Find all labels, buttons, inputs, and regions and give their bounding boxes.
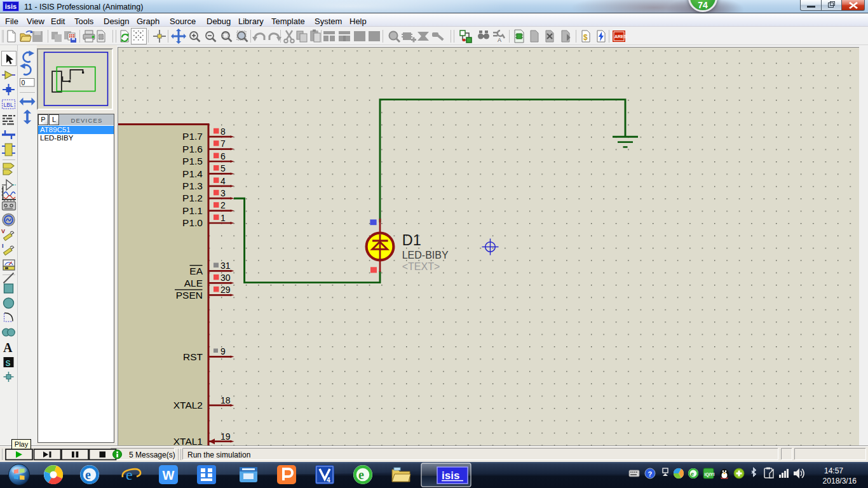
svg-text:ALE: ALE — [184, 278, 203, 288]
svg-text:W: W — [163, 468, 175, 482]
svg-text:P1.2: P1.2 — [182, 193, 203, 203]
svg-text:$: $ — [583, 33, 588, 42]
svg-text:D1: D1 — [402, 232, 421, 248]
svg-text:A: A — [498, 37, 501, 43]
svg-text:5 Message(s): 5 Message(s) — [129, 451, 175, 459]
svg-text:3: 3 — [220, 188, 226, 198]
svg-text:PSEN: PSEN — [176, 290, 203, 301]
svg-text:31: 31 — [220, 261, 231, 271]
svg-text:iQIYI: iQIYI — [705, 472, 715, 477]
svg-text:P1.1: P1.1 — [182, 205, 203, 216]
svg-text:XTAL2: XTAL2 — [173, 400, 203, 410]
svg-text:RST: RST — [183, 351, 203, 362]
svg-text:18: 18 — [220, 395, 231, 405]
svg-text:1: 1 — [220, 213, 226, 223]
svg-text:Run the simulation: Run the simulation — [187, 451, 250, 459]
svg-text:9: 9 — [220, 346, 226, 356]
svg-text:P1.7: P1.7 — [182, 131, 203, 142]
svg-text:19: 19 — [220, 431, 231, 442]
svg-text:XTAL1: XTAL1 — [173, 436, 203, 445]
svg-text:S: S — [6, 359, 11, 368]
svg-text:30: 30 — [220, 273, 231, 283]
svg-text:V: V — [1, 228, 5, 234]
svg-text:5: 5 — [220, 163, 226, 173]
svg-text:4: 4 — [220, 176, 226, 186]
svg-text:P1.3: P1.3 — [182, 180, 203, 191]
svg-text:P1.5: P1.5 — [182, 156, 203, 166]
svg-text:4: 4 — [327, 477, 330, 484]
svg-text:ARES: ARES — [614, 34, 627, 39]
svg-text:EA: EA — [189, 266, 203, 276]
svg-text:?: ? — [648, 470, 653, 478]
svg-text:isis: isis — [442, 470, 459, 482]
svg-text:P1.4: P1.4 — [182, 168, 203, 179]
svg-text:P1.6: P1.6 — [182, 144, 203, 154]
svg-text:29: 29 — [220, 285, 231, 295]
svg-text:A: A — [3, 341, 13, 355]
svg-text:7: 7 — [220, 139, 226, 149]
svg-text:0: 0 — [22, 79, 25, 86]
svg-text:I: I — [2, 243, 4, 249]
svg-text:LBL: LBL — [4, 102, 13, 108]
svg-text:e: e — [691, 470, 694, 477]
svg-text:2: 2 — [220, 200, 226, 210]
svg-text:<TEXT>: <TEXT> — [402, 261, 440, 272]
svg-text:LED-BIBY: LED-BIBY — [402, 250, 449, 261]
svg-text:e: e — [358, 468, 364, 482]
svg-text:P1.0: P1.0 — [182, 217, 203, 228]
svg-text:e: e — [85, 468, 91, 482]
svg-text:6: 6 — [220, 151, 226, 161]
svg-text:8: 8 — [220, 126, 226, 137]
